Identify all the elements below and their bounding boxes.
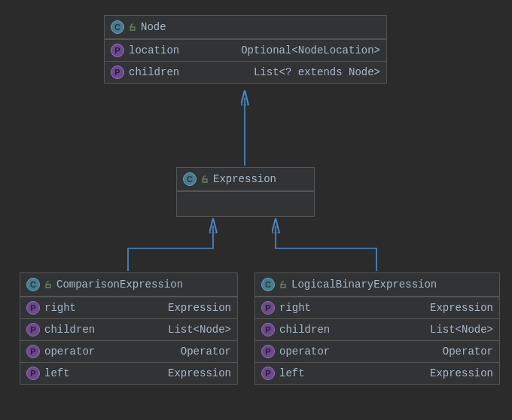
property-row: P left Expression	[255, 362, 499, 384]
property-type: Optional<NodeLocation>	[223, 44, 380, 56]
class-name: ComparisonExpression	[56, 278, 183, 291]
class-expression: C Expression	[176, 167, 315, 217]
property-icon: P	[261, 301, 275, 315]
property-icon: P	[111, 44, 124, 57]
unlock-icon	[129, 23, 136, 31]
class-icon: C	[111, 20, 124, 34]
class-icon: C	[183, 172, 197, 186]
property-name: children	[44, 324, 95, 336]
property-name: operator	[44, 345, 95, 358]
class-header: C LogicalBinaryExpression	[255, 273, 499, 297]
property-type: Operator	[163, 345, 231, 358]
property-row: P right Expression	[20, 297, 237, 318]
property-row: P location Optional<NodeLocation>	[105, 40, 386, 61]
property-icon: P	[261, 367, 275, 380]
property-icon: P	[261, 345, 275, 358]
unlock-icon	[201, 175, 209, 183]
class-name: Node	[141, 21, 166, 33]
property-name: children	[129, 66, 179, 78]
class-icon: C	[26, 278, 40, 291]
property-name: left	[44, 367, 70, 379]
unlock-icon	[279, 281, 287, 288]
property-type: Expression	[412, 302, 493, 314]
property-name: left	[279, 367, 305, 379]
property-name: location	[129, 44, 179, 56]
class-name: LogicalBinaryExpression	[291, 278, 437, 291]
property-name: right	[279, 302, 311, 314]
class-icon: C	[261, 278, 275, 291]
property-type: List<? extends Node>	[236, 66, 380, 78]
property-icon: P	[26, 345, 40, 358]
property-type: List<Node>	[412, 324, 493, 336]
class-header: C ComparisonExpression	[20, 273, 237, 297]
property-name: children	[279, 324, 330, 336]
property-row: P children List<Node>	[20, 318, 237, 340]
property-type: Expression	[150, 367, 231, 379]
class-node: C Node P location Optional<NodeLocation>…	[104, 15, 387, 84]
unlock-icon	[44, 281, 52, 288]
property-type: Operator	[425, 345, 493, 358]
property-type: Expression	[150, 302, 231, 314]
property-type: Expression	[412, 367, 493, 379]
class-header: C Expression	[177, 168, 314, 191]
property-icon: P	[26, 367, 40, 380]
property-name: right	[44, 302, 76, 314]
class-name: Expression	[213, 173, 276, 185]
property-icon: P	[111, 65, 124, 79]
property-row: P operator Operator	[20, 340, 237, 362]
property-row: P right Expression	[255, 297, 499, 318]
property-row: P left Expression	[20, 362, 237, 384]
class-logical-binary-expression: C LogicalBinaryExpression P right Expres…	[254, 272, 500, 385]
property-icon: P	[26, 301, 40, 315]
property-icon: P	[26, 323, 40, 336]
class-header: C Node	[105, 16, 386, 39]
property-row: P operator Operator	[255, 340, 499, 362]
class-comparison-expression: C ComparisonExpression P right Expressio…	[20, 272, 238, 385]
empty-body	[177, 192, 314, 216]
property-row: P children List<Node>	[255, 318, 499, 340]
property-type: List<Node>	[150, 324, 231, 336]
property-icon: P	[261, 323, 275, 336]
property-name: operator	[279, 345, 330, 358]
property-row: P children List<? extends Node>	[105, 61, 386, 83]
